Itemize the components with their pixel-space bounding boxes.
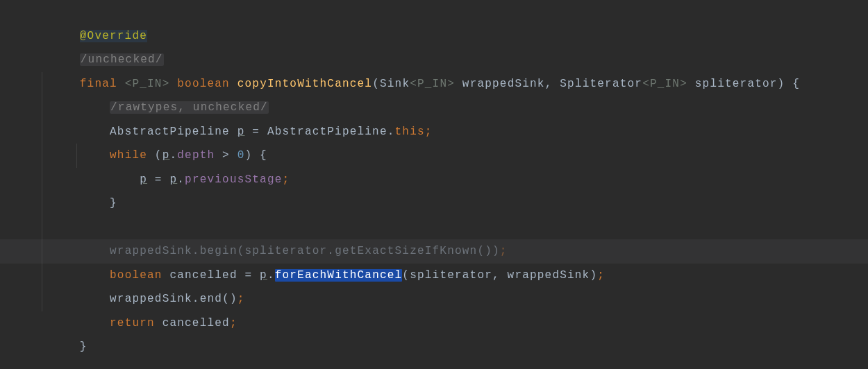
code-line[interactable]: AbstractPipeline p = AbstractPipeline.th…	[0, 96, 868, 120]
code-line[interactable]: p = p.previousStage;	[0, 144, 868, 168]
code-line[interactable]: wrappedSink.begin(spliterator.getExactSi…	[0, 216, 868, 240]
code-line-current[interactable]: boolean cancelled = p.forEachWithCancel(…	[0, 239, 868, 264]
code-line[interactable]: }	[0, 311, 868, 336]
blank-line	[35, 197, 42, 209]
brace-close: }	[80, 341, 87, 353]
code-line[interactable]: /unchecked/	[0, 24, 868, 49]
code-editor[interactable]: @Override /unchecked/ final <P_IN> boole…	[0, 0, 868, 369]
code-line[interactable]: return cancelled;	[0, 287, 868, 311]
code-line[interactable]: /rawtypes, unchecked/	[0, 72, 868, 96]
code-line[interactable]: while (p.depth > 0) {	[0, 120, 868, 144]
code-line[interactable]: @Override	[0, 0, 868, 24]
code-line[interactable]: wrappedSink.end();	[0, 264, 868, 288]
code-line[interactable]: }	[0, 168, 868, 192]
code-line[interactable]: final <P_IN> boolean copyIntoWithCancel(…	[0, 48, 868, 72]
code-line[interactable]	[0, 191, 868, 216]
